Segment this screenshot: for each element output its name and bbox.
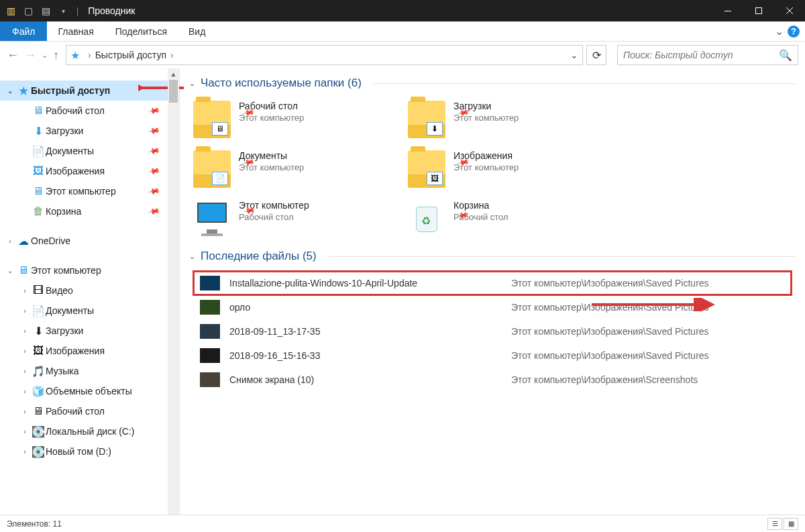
- sidebar-onedrive[interactable]: › ☁ OneDrive: [0, 231, 179, 251]
- recent-locations-icon[interactable]: ⌄: [42, 51, 48, 60]
- pin-icon: 📌: [147, 124, 160, 138]
- file-thumb-icon: [200, 276, 220, 290]
- sidebar-item[interactable]: ›🧊Объемные объекты: [0, 381, 179, 401]
- address-bar[interactable]: ★ › Быстрый доступ › ⌄: [66, 45, 583, 65]
- ribbon-expand-icon[interactable]: ⌄: [770, 21, 788, 41]
- recent-files-header[interactable]: ⌄ Последние файлы (5): [180, 246, 805, 267]
- sidebar-scrollbar[interactable]: ▲: [168, 68, 179, 515]
- sidebar-item-label: Корзина: [46, 206, 81, 217]
- pin-icon: 📌: [147, 184, 160, 198]
- folder-tile[interactable]: Этот компьютерРабочий стол📌: [193, 200, 381, 237]
- address-dropdown-icon[interactable]: ⌄: [570, 50, 578, 60]
- quick-access-star-icon: ★: [70, 49, 80, 62]
- recent-file-row[interactable]: 2018-09-16_15-16-33Этот компьютер\Изобра…: [193, 343, 792, 368]
- sidebar-item-label: Видео: [46, 285, 73, 296]
- scroll-thumb[interactable]: [169, 80, 178, 103]
- folder-tile[interactable]: ♻КорзинаРабочий стол📌: [408, 200, 596, 237]
- file-name: орло: [229, 302, 511, 313]
- sidebar-label: Быстрый доступ: [31, 85, 110, 96]
- search-input[interactable]: [623, 50, 779, 60]
- file-path: Этот компьютер\Изображения\Screenshots: [511, 374, 698, 385]
- minimize-button[interactable]: [712, 0, 743, 21]
- file-path: Этот компьютер\Изображения\Saved Picture…: [511, 350, 709, 361]
- titlebar: ▥ ▢ ▤ ▾ | Проводник: [0, 0, 805, 21]
- tab-view[interactable]: Вид: [178, 21, 216, 41]
- sidebar-item-label: Изображения: [46, 166, 105, 176]
- sidebar-item-label: Рабочий стол: [46, 406, 105, 417]
- maximize-button[interactable]: [743, 0, 774, 21]
- sidebar-item[interactable]: ›📄Документы: [0, 301, 179, 321]
- scroll-up-icon[interactable]: ▲: [168, 68, 179, 80]
- sidebar-quick-access[interactable]: ⌄ ★ Быстрый доступ: [0, 81, 179, 101]
- chevron-right-icon[interactable]: ›: [88, 50, 91, 60]
- sidebar-item-label: Загрузки: [46, 325, 83, 336]
- sidebar-item[interactable]: ›💽Локальный диск (C:): [0, 421, 179, 441]
- recent-file-row[interactable]: 2018-09-11_13-17-35Этот компьютер\Изобра…: [193, 319, 792, 343]
- close-button[interactable]: [774, 0, 805, 21]
- folder-tile[interactable]: ⬇ЗагрузкиЭтот компьютер📌: [408, 101, 596, 138]
- sidebar-item-label: Музыка: [46, 366, 79, 376]
- file-name: 2018-09-11_13-17-35: [229, 326, 511, 337]
- status-bar: Элементов: 11 ☰ ▦: [0, 515, 805, 532]
- sidebar-this-pc[interactable]: ⌄ 🖥 Этот компьютер: [0, 260, 179, 280]
- pc-icon: [193, 200, 231, 237]
- file-thumb-icon: [200, 324, 220, 339]
- help-icon[interactable]: ?: [788, 25, 800, 38]
- recent-file-row[interactable]: Снимок экрана (10)Этот компьютер\Изображ…: [193, 368, 792, 392]
- sidebar-item-label: Рабочий стол: [46, 105, 105, 116]
- folder-tile[interactable]: 🖼ИзображенияЭтот компьютер📌: [408, 150, 596, 188]
- file-path: Этот компьютер\Изображения\Saved Picture…: [511, 278, 709, 288]
- qat-new-folder-icon[interactable]: ▢: [21, 4, 35, 17]
- sidebar-item[interactable]: ›🎞Видео: [0, 280, 179, 301]
- folder-tile[interactable]: 📄ДокументыЭтот компьютер📌: [193, 150, 381, 188]
- sidebar-item[interactable]: ›🗑Корзина📌: [0, 201, 179, 221]
- frequent-folders-header[interactable]: ⌄ Часто используемые папки (6): [180, 72, 805, 94]
- breadcrumb-root[interactable]: Быстрый доступ: [95, 50, 166, 60]
- chevron-down-icon[interactable]: ⌄: [189, 79, 195, 88]
- recent-file-row[interactable]: Installazione-pulita-Windows-10-April-Up…: [193, 271, 792, 295]
- sidebar-item-label: Локальный диск (C:): [46, 426, 135, 437]
- file-name: 2018-09-16_15-16-33: [229, 350, 511, 361]
- sidebar-item-label: Загрузки: [46, 125, 83, 136]
- refresh-button[interactable]: ⟳: [586, 45, 606, 65]
- sidebar-item[interactable]: ›🎵Музыка: [0, 361, 179, 381]
- folder-icon: 🖼: [408, 150, 445, 188]
- chevron-down-icon[interactable]: ⌄: [189, 252, 195, 261]
- pin-icon: 📌: [147, 144, 160, 158]
- sidebar-item[interactable]: ›🖥Рабочий стол📌: [0, 101, 179, 121]
- file-name: Снимок экрана (10): [229, 374, 511, 385]
- sidebar-item[interactable]: ›🖼Изображения📌: [0, 161, 179, 181]
- sidebar-item-label: Новый том (D:): [46, 446, 111, 457]
- back-button[interactable]: ←: [7, 48, 19, 62]
- sidebar-item[interactable]: ›🖥Рабочий стол: [0, 401, 179, 421]
- content-pane: ⌄ Часто используемые папки (6) 🖥Рабочий …: [180, 68, 805, 515]
- view-large-button[interactable]: ▦: [784, 518, 798, 530]
- search-icon[interactable]: 🔍: [779, 49, 792, 62]
- file-thumb-icon: [200, 300, 220, 315]
- sidebar-item[interactable]: ›⬇Загрузки: [0, 321, 179, 341]
- view-details-button[interactable]: ☰: [767, 518, 782, 530]
- up-button[interactable]: ↑: [53, 48, 59, 62]
- file-name: Installazione-pulita-Windows-10-April-Up…: [229, 278, 511, 288]
- navigation-row: ← → ⌄ ↑ ★ › Быстрый доступ › ⌄ ⟳ 🔍: [0, 42, 805, 68]
- status-count: Элементов: 11: [7, 519, 62, 529]
- recycle-bin-icon: ♻: [408, 200, 445, 237]
- chevron-right-icon[interactable]: ›: [170, 50, 174, 60]
- sidebar-item[interactable]: ›💽Новый том (D:): [0, 441, 179, 462]
- folder-icon: ⬇: [408, 101, 445, 138]
- qat-dropdown-icon[interactable]: ▾: [56, 4, 70, 17]
- qat-properties-icon[interactable]: ▤: [39, 4, 52, 17]
- search-box[interactable]: 🔍: [617, 45, 798, 65]
- file-tab[interactable]: Файл: [0, 21, 47, 41]
- tab-share[interactable]: Поделиться: [105, 21, 178, 41]
- sidebar-item[interactable]: ›🖼Изображения: [0, 341, 179, 361]
- sidebar-item[interactable]: ›📄Документы📌: [0, 141, 179, 161]
- sidebar-label: Этот компьютер: [31, 265, 101, 276]
- tab-home[interactable]: Главная: [47, 21, 104, 41]
- sidebar-item[interactable]: ›⬇Загрузки📌: [0, 121, 179, 141]
- folder-tile[interactable]: 🖥Рабочий столЭтот компьютер📌: [193, 101, 381, 138]
- sidebar-item[interactable]: ›🖥Этот компьютер📌: [0, 181, 179, 201]
- forward-button[interactable]: →: [24, 48, 36, 62]
- recent-file-row[interactable]: орлоЭтот компьютер\Изображения\Saved Pic…: [193, 295, 792, 319]
- sidebar-item-label: Документы: [46, 305, 94, 316]
